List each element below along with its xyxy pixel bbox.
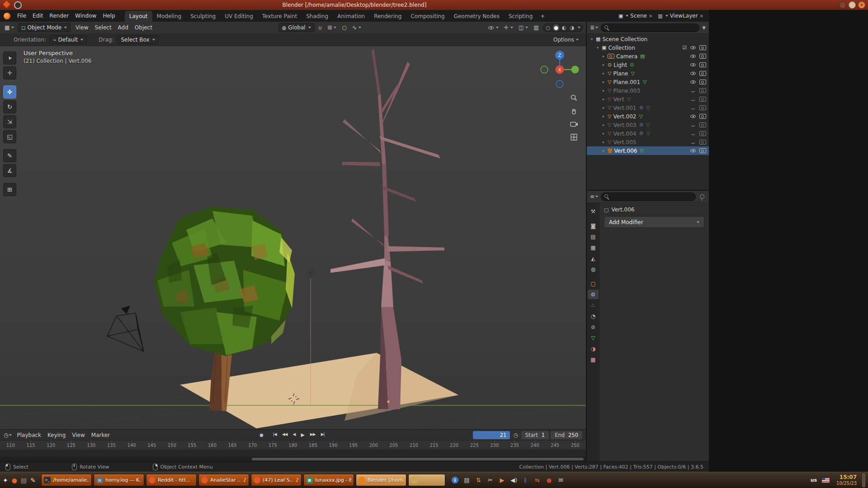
timeline-menu-marker[interactable]: Marker bbox=[88, 431, 113, 440]
outliner-row-vert-004[interactable]: ▸▽Vert.004⚙▽ bbox=[587, 129, 709, 138]
properties-tab-render[interactable]: ◙ bbox=[588, 221, 599, 230]
task-47-leaf-s[interactable]: (47) Leaf S...♪ bbox=[251, 474, 302, 486]
launcher-menu-icon[interactable]: ✦ bbox=[3, 477, 8, 483]
menu-render[interactable]: Render bbox=[46, 11, 72, 20]
disclosure-icon[interactable]: ▸ bbox=[601, 140, 606, 144]
timeline-track[interactable] bbox=[0, 450, 586, 457]
timeline-ruler[interactable]: 1101151201251301351401451501551601651701… bbox=[0, 441, 586, 450]
viewport-menu-object[interactable]: Object bbox=[132, 23, 156, 32]
minimize-button[interactable] bbox=[839, 1, 846, 9]
properties-search-input[interactable] bbox=[601, 192, 696, 201]
move-view-hand-icon[interactable] bbox=[570, 108, 578, 115]
axis-neg-y-ball[interactable] bbox=[541, 66, 548, 73]
timeline-editor-type-button[interactable]: ◷ bbox=[4, 432, 12, 438]
menu-file[interactable]: File bbox=[14, 11, 29, 20]
shading-material-button[interactable]: ◐ bbox=[561, 24, 567, 31]
unlink-scene-icon[interactable]: ✕ bbox=[649, 14, 652, 19]
tray-media-player-icon[interactable]: ▶ bbox=[499, 477, 505, 483]
camera-view-icon[interactable] bbox=[570, 121, 578, 127]
outliner-row-scene-collection[interactable]: ▾▦Scene Collection bbox=[587, 35, 709, 43]
properties-tab-scene[interactable]: ◭ bbox=[588, 253, 599, 263]
disable-in-renders-toggle[interactable] bbox=[699, 97, 706, 102]
add-modifier-button[interactable]: Add Modifier bbox=[604, 216, 704, 228]
keyboard-flag-icon[interactable] bbox=[821, 477, 830, 483]
menu-edit[interactable]: Edit bbox=[29, 11, 46, 20]
task-home-amalie[interactable]: >_/home/amalie... bbox=[41, 474, 92, 486]
shading-dropdown-icon[interactable] bbox=[578, 27, 580, 28]
tray-sync-icon[interactable]: ⇆ bbox=[534, 477, 541, 483]
preview-range-icon[interactable]: ◷ bbox=[512, 432, 519, 438]
remove-viewlayer-icon[interactable]: ✕ bbox=[700, 14, 703, 19]
tool-tweak-select[interactable]: ➤ bbox=[3, 52, 16, 65]
snap-toggle[interactable]: ∪ bbox=[316, 23, 324, 32]
tool-add-cube[interactable]: ⊞ bbox=[3, 183, 16, 196]
task-untitled[interactable] bbox=[408, 474, 445, 486]
hide-in-viewport-toggle[interactable] bbox=[690, 131, 696, 136]
disclosure-icon[interactable]: ▸ bbox=[601, 54, 606, 58]
tab-compositing[interactable]: Compositing bbox=[406, 11, 449, 22]
outliner-row-collection[interactable]: ▾▣Collection☑ bbox=[587, 43, 709, 52]
next-keyframe-button[interactable]: ▶▶ bbox=[308, 431, 318, 439]
scrollbar-thumb[interactable] bbox=[252, 458, 584, 460]
properties-tab-texture[interactable]: ▩ bbox=[588, 355, 599, 364]
orientation-setting-dropdown[interactable]: ⌁ Default bbox=[50, 35, 87, 44]
outliner-row-camera[interactable]: ▸Camera▤ bbox=[587, 52, 709, 61]
task-horny-log-k[interactable]: ▤horny.log — K... bbox=[94, 474, 144, 486]
hide-in-viewport-toggle[interactable] bbox=[690, 62, 696, 68]
show-overlays-toggle[interactable]: ◫ bbox=[517, 23, 530, 32]
frame-start-field[interactable]: Start 1 bbox=[521, 431, 549, 439]
tray-volume-icon[interactable]: ◀) bbox=[510, 477, 517, 483]
outliner-row-vert-001[interactable]: ▸▽Vert.001⚙▽ bbox=[587, 103, 709, 112]
disable-in-renders-toggle[interactable] bbox=[699, 88, 706, 93]
tool-measure[interactable]: ∡ bbox=[3, 164, 16, 177]
hide-in-viewport-toggle[interactable] bbox=[690, 71, 696, 76]
tool-annotate[interactable]: ✎ bbox=[3, 149, 16, 162]
tab-add-workspace[interactable]: + bbox=[537, 11, 548, 22]
outliner-row-plane-001[interactable]: ▸▽Plane.001▽ bbox=[587, 78, 709, 86]
tab-geometry-nodes[interactable]: Geometry Nodes bbox=[449, 11, 504, 22]
disclosure-icon[interactable]: ▸ bbox=[601, 97, 606, 101]
disable-in-renders-toggle[interactable] bbox=[699, 122, 706, 127]
disclosure-icon[interactable]: ▸ bbox=[601, 106, 606, 110]
tab-animation[interactable]: Animation bbox=[333, 11, 369, 22]
keyboard-layout-indicator[interactable]: us bbox=[811, 477, 817, 483]
auto-keying-button[interactable]: ● bbox=[259, 432, 264, 437]
outliner-row-light[interactable]: ▸⊙Light⊙ bbox=[587, 61, 709, 69]
hide-in-viewport-toggle[interactable] bbox=[690, 45, 696, 51]
properties-tab-object[interactable]: ▢ bbox=[588, 279, 599, 288]
tab-layout[interactable]: Layout bbox=[125, 11, 152, 22]
disclosure-icon[interactable]: ▾ bbox=[595, 46, 600, 50]
disable-in-renders-toggle[interactable] bbox=[699, 140, 706, 145]
disable-in-renders-toggle[interactable] bbox=[699, 131, 706, 136]
properties-tab-tool[interactable]: ⚒ bbox=[588, 206, 599, 216]
distro-logo-icon[interactable] bbox=[4, 1, 9, 9]
tray-status-icon[interactable]: ● bbox=[546, 477, 552, 483]
scene-selector[interactable]: ▣ Scene ✕ bbox=[618, 13, 652, 19]
disable-in-renders-toggle[interactable] bbox=[699, 80, 706, 84]
outliner-row-plane[interactable]: ▸▽Plane▽ bbox=[587, 69, 709, 78]
tab-uv-editing[interactable]: UV Editing bbox=[220, 11, 258, 22]
disable-in-renders-toggle[interactable] bbox=[699, 71, 706, 76]
prev-keyframe-button[interactable]: ◀◀ bbox=[280, 431, 290, 439]
tab-rendering[interactable]: Rendering bbox=[369, 11, 406, 22]
hide-in-viewport-toggle[interactable] bbox=[690, 114, 696, 119]
hide-in-viewport-toggle[interactable] bbox=[690, 80, 696, 85]
menu-window[interactable]: Window bbox=[72, 11, 99, 20]
outliner-row-vert-005[interactable]: ▸▽Vert.005 bbox=[587, 138, 709, 146]
shading-rendered-button[interactable]: ◑ bbox=[569, 24, 575, 31]
shading-solid-button[interactable]: ● bbox=[553, 24, 559, 31]
shading-wireframe-button[interactable]: ○ bbox=[545, 24, 552, 31]
properties-tab-material[interactable]: ◑ bbox=[588, 344, 599, 353]
toggle-xray-button[interactable]: ▥ bbox=[532, 23, 540, 32]
properties-tab-particles[interactable]: ∴ bbox=[588, 300, 599, 310]
jump-start-button[interactable]: |◀ bbox=[271, 431, 279, 439]
outliner-search-input[interactable] bbox=[601, 23, 699, 32]
disclosure-icon[interactable]: ▸ bbox=[601, 89, 606, 93]
drag-setting-dropdown[interactable]: Select Box bbox=[117, 35, 158, 44]
proportional-falloff-dropdown[interactable]: ∿ bbox=[350, 23, 363, 32]
disable-in-renders-toggle[interactable] bbox=[699, 148, 706, 153]
tab-modeling[interactable]: Modeling bbox=[152, 11, 186, 22]
timeline-menu-keying[interactable]: Keying bbox=[44, 431, 69, 440]
collection-checkbox[interactable]: ☑ bbox=[682, 45, 687, 51]
outliner-row-vert-003[interactable]: ▸▽Vert.003⚙▽ bbox=[587, 121, 709, 129]
